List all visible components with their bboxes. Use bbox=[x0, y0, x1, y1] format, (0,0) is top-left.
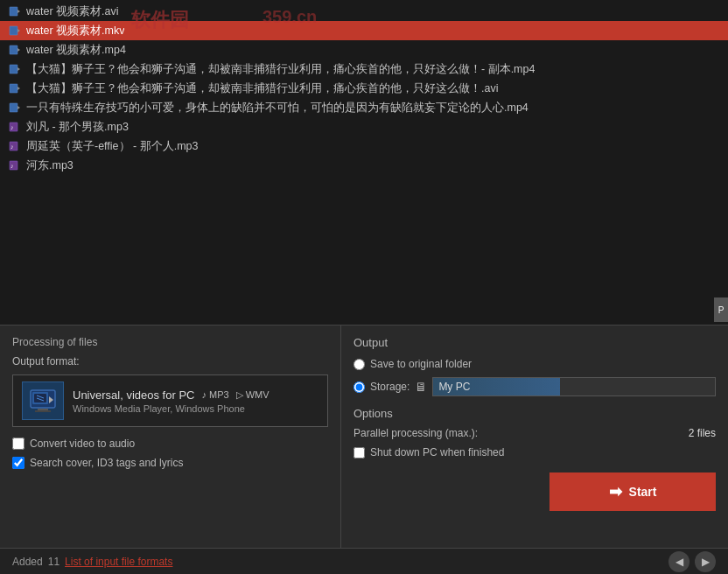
audio-file-icon: ♪ bbox=[7, 120, 23, 134]
format-name-row: Universal, videos for PC ♪ MP3 ▷ WMV bbox=[73, 388, 318, 402]
mp3-badge: ♪ MP3 bbox=[201, 389, 228, 400]
shutdown-label[interactable]: Shut down PC when finished bbox=[370, 446, 504, 458]
file-item[interactable]: ♪ 刘凡 - 那个男孩.mp3 bbox=[0, 117, 728, 136]
svg-rect-2 bbox=[10, 26, 18, 35]
next-arrow-button[interactable]: ▶ bbox=[695, 551, 716, 572]
storage-bar[interactable]: My PC bbox=[432, 377, 716, 396]
start-button[interactable]: ➡ Start bbox=[550, 472, 716, 511]
svg-marker-11 bbox=[18, 106, 20, 109]
start-arrow-icon: ➡ bbox=[609, 482, 622, 501]
svg-rect-10 bbox=[10, 103, 18, 112]
save-original-label[interactable]: Save to original folder bbox=[370, 358, 472, 370]
file-name: water 视频素材.mkv bbox=[26, 24, 124, 38]
format-desc: Windows Media Player, Windows Phone bbox=[73, 403, 318, 414]
svg-rect-4 bbox=[10, 46, 18, 54]
svg-marker-7 bbox=[18, 67, 20, 71]
svg-text:♪: ♪ bbox=[10, 144, 14, 150]
audio-file-icon: ♪ bbox=[7, 158, 23, 172]
svg-marker-1 bbox=[18, 10, 20, 13]
svg-marker-5 bbox=[18, 48, 20, 52]
file-name: 【大猫】狮子王？他会和狮子沟通，却被南非捕猎行业利用，痛心疾首的他，只好这么做！… bbox=[26, 81, 498, 96]
shutdown-checkbox[interactable] bbox=[354, 447, 365, 458]
right-panel: Output Save to original folder Storage: … bbox=[341, 326, 728, 574]
storage-row: Storage: 🖥 My PC bbox=[354, 377, 716, 396]
svg-rect-0 bbox=[10, 7, 18, 16]
file-item[interactable]: ♪ 河东.mp3 bbox=[0, 156, 728, 175]
output-title: Output bbox=[354, 336, 716, 349]
file-item[interactable]: ♪ 周延英（英子-effie） - 那个人.mp3 bbox=[0, 136, 728, 156]
added-label: Added bbox=[12, 556, 43, 568]
svg-rect-6 bbox=[10, 65, 18, 74]
convert-video-row: Convert video to audio bbox=[12, 438, 328, 450]
prev-arrow-button[interactable]: ◀ bbox=[668, 551, 690, 572]
video-file-icon bbox=[7, 43, 23, 57]
svg-marker-9 bbox=[18, 87, 20, 90]
file-name: water 视频素材.avi bbox=[26, 4, 119, 19]
file-name: 一只有特殊生存技巧的小可爱，身体上的缺陷并不可怕，可怕的是因为有缺陷就妄下定论的… bbox=[26, 101, 528, 116]
file-name: water 视频素材.mp4 bbox=[26, 43, 126, 58]
svg-text:♪: ♪ bbox=[10, 124, 14, 130]
bottom-status-bar: Added 11 List of input file formats bbox=[0, 548, 728, 574]
options-title: Options bbox=[354, 407, 716, 420]
format-name-text: Universal, videos for PC bbox=[73, 388, 194, 402]
video-file-icon bbox=[7, 4, 23, 18]
video-file-icon bbox=[7, 101, 23, 115]
processing-title: Processing of files bbox=[12, 336, 328, 348]
wmv-badge: ▷ WMV bbox=[236, 389, 270, 401]
file-list-area: water 视频素材.avi water 视频素材.mkv water 视频素材… bbox=[0, 0, 728, 324]
convert-video-checkbox[interactable] bbox=[12, 438, 24, 450]
file-item[interactable]: water 视频素材.mp4 bbox=[0, 40, 728, 60]
svg-rect-24 bbox=[38, 409, 48, 410]
nav-arrows: ◀ ▶ bbox=[668, 551, 716, 572]
svg-marker-3 bbox=[18, 29, 20, 32]
svg-text:♪: ♪ bbox=[10, 163, 14, 169]
svg-rect-20 bbox=[34, 394, 46, 402]
storage-bar-text: My PC bbox=[438, 381, 470, 393]
output-format-label: Output format: bbox=[12, 355, 328, 368]
file-item[interactable]: 【大猫】狮子王？他会和狮子沟通，却被南非捕猎行业利用，痛心疾首的他，只好这么做！… bbox=[0, 79, 728, 98]
file-name: 【大猫】狮子王？他会和狮子沟通，却被南非捕猎行业利用，痛心疾首的他，只好这么做！… bbox=[26, 62, 535, 77]
parallel-row: Parallel processing (max.): 2 files bbox=[354, 427, 716, 439]
search-cover-label[interactable]: Search cover, ID3 tags and lyrics bbox=[30, 457, 183, 469]
search-cover-row: Search cover, ID3 tags and lyrics bbox=[12, 457, 328, 469]
storage-icon: 🖥 bbox=[415, 380, 427, 394]
video-file-icon bbox=[7, 24, 23, 38]
save-original-radio[interactable] bbox=[354, 359, 365, 370]
video-file-icon bbox=[7, 81, 23, 95]
format-box[interactable]: Universal, videos for PC ♪ MP3 ▷ WMV Win… bbox=[12, 374, 328, 427]
file-name: 河东.mp3 bbox=[26, 158, 74, 173]
storage-label: Storage: bbox=[370, 381, 410, 393]
save-original-row: Save to original folder bbox=[354, 358, 716, 370]
storage-radio[interactable] bbox=[354, 382, 365, 393]
left-panel: Processing of files Output format: bbox=[0, 326, 341, 574]
format-icon bbox=[22, 382, 64, 420]
svg-rect-25 bbox=[35, 410, 51, 412]
convert-video-label[interactable]: Convert video to audio bbox=[30, 438, 135, 450]
format-details: Universal, videos for PC ♪ MP3 ▷ WMV Win… bbox=[73, 388, 318, 414]
file-name: 刘凡 - 那个男孩.mp3 bbox=[26, 120, 129, 135]
bottom-panel: Processing of files Output format: bbox=[0, 325, 728, 574]
added-count: 11 bbox=[48, 556, 60, 568]
parallel-label: Parallel processing (max.): bbox=[354, 427, 478, 439]
file-item[interactable]: water 视频素材.mkv bbox=[0, 21, 728, 40]
search-cover-checkbox[interactable] bbox=[12, 457, 24, 469]
start-label: Start bbox=[629, 485, 657, 499]
panel-p-button[interactable]: P bbox=[714, 298, 728, 322]
file-item[interactable]: 【大猫】狮子王？他会和狮子沟通，却被南非捕猎行业利用，痛心疾首的他，只好这么做！… bbox=[0, 60, 728, 79]
file-item[interactable]: 一只有特殊生存技巧的小可爱，身体上的缺陷并不可怕，可怕的是因为有缺陷就妄下定论的… bbox=[0, 98, 728, 117]
video-file-icon bbox=[7, 62, 23, 76]
list-formats-link[interactable]: List of input file formats bbox=[65, 556, 172, 568]
svg-rect-8 bbox=[10, 84, 18, 93]
file-item[interactable]: water 视频素材.avi bbox=[0, 2, 728, 21]
file-name: 周延英（英子-effie） - 那个人.mp3 bbox=[26, 139, 198, 154]
audio-file-icon: ♪ bbox=[7, 139, 23, 153]
parallel-value: 2 files bbox=[689, 427, 716, 439]
shutdown-row: Shut down PC when finished bbox=[354, 446, 716, 458]
